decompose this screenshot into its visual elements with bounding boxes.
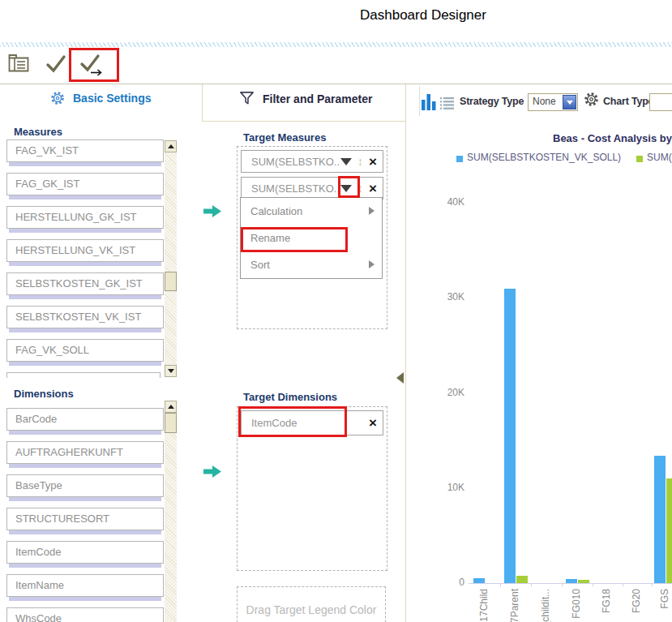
- x-axis-category-label: _childit...: [541, 589, 551, 622]
- dimension-item-box[interactable]: BaseType: [6, 474, 164, 497]
- dimension-item-box[interactable]: BarCode: [6, 408, 164, 431]
- gear-icon: [50, 91, 65, 105]
- target-dimension-row[interactable]: ItemCode×: [241, 410, 383, 435]
- target-measure-row[interactable]: SUM(SELBSTKO...↕×: [241, 150, 383, 173]
- x-axis-category-label: FGS: [660, 589, 670, 609]
- browse-button[interactable]: [6, 52, 31, 76]
- x-axis-category-label: FG18: [601, 589, 612, 613]
- target-dimensions-dropzone[interactable]: ItemCode×: [237, 406, 387, 571]
- bar-series2[interactable]: [578, 580, 589, 583]
- measure-dropdown-caret-icon[interactable]: [340, 185, 352, 192]
- tab-filter-and-parameter[interactable]: Filter and Parameter: [239, 91, 372, 106]
- target-measure-name: SUM(SELBSTKO...: [242, 156, 340, 168]
- measure-item-box[interactable]: FAG_GK_IST: [6, 173, 164, 195]
- y-axis-tick-label: 30K: [438, 291, 464, 302]
- bar-series1[interactable]: [654, 456, 666, 583]
- folder-browse-icon: [8, 54, 29, 72]
- collapse-panel-icon[interactable]: [396, 372, 404, 384]
- scroll-down-button[interactable]: [165, 365, 177, 377]
- dimension-item[interactable]: BaseType: [6, 474, 164, 501]
- triangle-up-icon: [168, 405, 174, 409]
- x-axis-tick: [593, 583, 593, 586]
- chart-settings-gear-icon[interactable]: [584, 92, 599, 107]
- dimensions-list: BarCodeAUFTRAGHERKUNFTBaseTypeSTRUCTURES…: [6, 408, 164, 622]
- bar-series2[interactable]: [666, 478, 672, 583]
- dimensions-scrollbar[interactable]: [165, 401, 177, 622]
- strategy-type-dropdown[interactable]: None: [528, 93, 578, 111]
- bar-series1[interactable]: [504, 289, 516, 583]
- chart-type-dropdown[interactable]: [649, 93, 672, 111]
- dimension-item[interactable]: WhsCode: [6, 607, 164, 622]
- menu-item-calculation[interactable]: Calculation: [241, 198, 382, 225]
- dimension-item-box[interactable]: AUFTRAGHERKUNFT: [6, 441, 164, 464]
- confirm-button[interactable]: [43, 52, 69, 79]
- target-legend-color-dropzone[interactable]: Drag Target Legend Color: [237, 586, 386, 622]
- measure-item-box[interactable]: FAG_VK_IST: [6, 139, 164, 162]
- x-axis-category-label: 317Child: [479, 589, 490, 622]
- measure-item[interactable]: HERSTELLUNG_GK_IST: [6, 206, 164, 233]
- dimension-item[interactable]: ItemName: [6, 574, 164, 601]
- measure-remove-icon[interactable]: ×: [369, 155, 377, 169]
- x-axis-category-label: 17Parent: [510, 589, 520, 622]
- x-axis-category-label: FG010: [571, 589, 582, 619]
- dimension-item[interactable]: AUFTRAGHERKUNFT: [6, 441, 164, 468]
- dimension-item[interactable]: ItemCode: [6, 541, 164, 568]
- menu-item-sort[interactable]: Sort: [241, 251, 382, 278]
- chart-toolbar-divider: [419, 86, 420, 116]
- dimension-item-box[interactable]: ItemName: [6, 574, 164, 597]
- scrollbar-thumb[interactable]: [165, 272, 177, 291]
- strategy-type-label: Strategy Type: [460, 96, 524, 107]
- x-axis-tick: [623, 583, 623, 586]
- measure-item[interactable]: FAG_GK_IST: [6, 173, 164, 199]
- measure-item[interactable]: FAG_VK_SOLL: [6, 339, 164, 366]
- measure-item[interactable]: SELBSTKOSTEN_VK_IST: [6, 306, 164, 332]
- target-measure-name: SUM(SELBSTKO...: [242, 182, 340, 195]
- dimension-item-box[interactable]: ItemCode: [6, 541, 164, 564]
- measure-item-box[interactable]: HERSTELLUNG_GK_IST: [6, 206, 164, 229]
- scroll-up-button[interactable]: [165, 140, 177, 152]
- measures-scrollbar[interactable]: [165, 140, 177, 377]
- list-icon[interactable]: [440, 97, 454, 109]
- measure-remove-icon[interactable]: ×: [369, 182, 377, 195]
- dimension-item[interactable]: BarCode: [6, 408, 164, 435]
- bar-series1[interactable]: [566, 579, 577, 583]
- submenu-arrow-icon: [369, 207, 375, 215]
- dimension-item-box[interactable]: STRUCTURESORT: [6, 508, 164, 530]
- x-axis-tick: [652, 583, 653, 586]
- target-measure-row[interactable]: SUM(SELBSTKO...↕×: [241, 177, 383, 199]
- measure-item-strip: [9, 295, 161, 299]
- measures-list: FAG_VK_ISTFAG_GK_ISTHERSTELLUNG_GK_ISTHE…: [6, 139, 164, 378]
- measure-move-icon[interactable]: ↕: [357, 182, 363, 195]
- drag-target-arrow-icon: [203, 205, 221, 217]
- triangle-down-icon: [168, 369, 174, 373]
- dimension-item[interactable]: STRUCTURESORT: [6, 508, 164, 534]
- tab-filter-and-parameter-label: Filter and Parameter: [263, 92, 372, 105]
- measure-move-icon[interactable]: ↕: [357, 155, 363, 168]
- confirm-and-exit-button[interactable]: [77, 52, 110, 80]
- menu-item-rename[interactable]: Rename: [241, 225, 382, 251]
- y-axis-tick-label: 0: [438, 577, 464, 588]
- measure-item[interactable]: FAG_VK_IST: [6, 139, 164, 166]
- checkmark-icon: [45, 54, 67, 75]
- measure-item-box[interactable]: FAG_VK_SOLL: [6, 339, 164, 362]
- main-toolbar: [0, 47, 672, 84]
- measure-item[interactable]: SELBSTKOSTEN_GK_IST: [6, 272, 164, 299]
- strategy-type-value: None: [533, 96, 556, 107]
- dropdown-arrow-button[interactable]: [563, 95, 576, 109]
- dimension-remove-icon[interactable]: ×: [369, 416, 377, 430]
- dimension-item-strip: [9, 431, 161, 435]
- panel-divider: [405, 84, 406, 622]
- measure-item[interactable]: HERSTELLUNG_VK_IST: [6, 239, 164, 266]
- measure-item-box[interactable]: SELBSTKOSTEN_GK_IST: [6, 272, 164, 295]
- dimension-item-box[interactable]: WhsCode: [6, 607, 164, 622]
- tab-basic-settings[interactable]: Basic Settings: [50, 91, 151, 105]
- measure-item-box[interactable]: HERSTELLUNG_VK_IST: [6, 239, 164, 262]
- bar-series1[interactable]: [473, 578, 485, 583]
- scrollbar-thumb[interactable]: [165, 413, 177, 433]
- page-title: Dashboard Designer: [360, 7, 486, 24]
- bar-series2[interactable]: [516, 576, 528, 583]
- measure-dropdown-caret-icon[interactable]: [340, 158, 352, 165]
- bar-chart-icon[interactable]: [422, 93, 436, 110]
- scroll-up-button[interactable]: [165, 401, 177, 413]
- measure-item-box[interactable]: SELBSTKOSTEN_VK_IST: [6, 306, 164, 328]
